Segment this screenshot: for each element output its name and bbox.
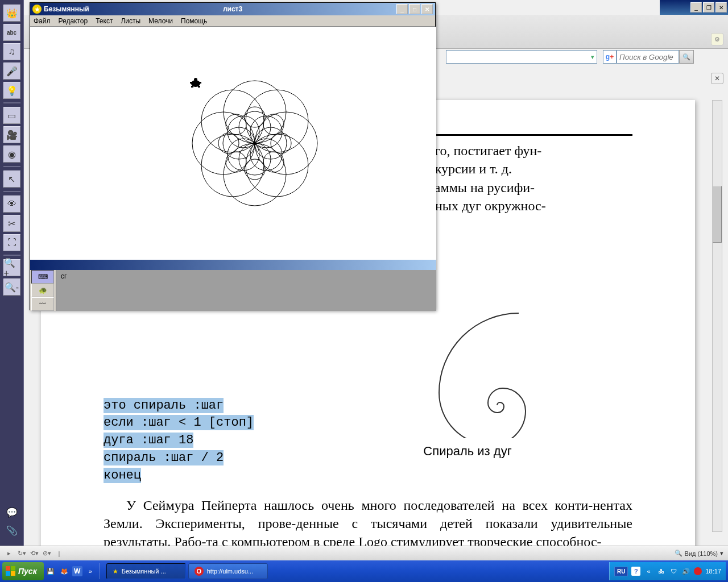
app-icon: ★ xyxy=(32,5,42,14)
quicklaunch-firefox-icon[interactable]: 🦊 xyxy=(59,566,70,577)
quicklaunch-save-icon[interactable]: 💾 xyxy=(45,566,56,577)
turtle-icon xyxy=(189,78,202,88)
svg-point-20 xyxy=(245,159,265,180)
vertical-scrollbar[interactable] xyxy=(712,100,722,532)
app-menubar: Файл Редактор Текст Листы Мелочи Помощь xyxy=(30,15,435,27)
svg-rect-26 xyxy=(190,82,192,84)
task-app-icon: ★ xyxy=(113,568,118,575)
separator xyxy=(3,102,20,103)
app-minimize-button[interactable]: _ xyxy=(396,4,408,14)
quicklaunch-expand-icon[interactable]: » xyxy=(85,566,96,577)
svg-rect-30 xyxy=(6,566,10,571)
tab-close-button[interactable]: ✕ xyxy=(711,73,723,84)
play-icon[interactable]: ▸ xyxy=(5,549,14,558)
menu-sheets[interactable]: Листы xyxy=(121,17,140,25)
app-titlebar[interactable]: ★ Безымянный лист3 _ □ ✕ xyxy=(30,3,435,15)
menu-text[interactable]: Текст xyxy=(96,17,113,25)
scrollbar-thumb[interactable] xyxy=(713,186,722,243)
svg-point-25 xyxy=(194,78,197,81)
svg-point-18 xyxy=(271,133,291,153)
svg-rect-29 xyxy=(198,86,200,88)
zoom-in-tool-icon[interactable]: 🔍+ xyxy=(3,259,20,276)
rosette-drawing xyxy=(189,78,320,209)
figure-caption: Спираль из дуг xyxy=(354,444,581,459)
turtle-tool-icon[interactable]: 👑 xyxy=(3,5,20,22)
wave-tool-icon[interactable]: 〰 xyxy=(31,297,54,311)
browser-maximize-button[interactable]: ❐ xyxy=(703,2,714,13)
microphone-tool-icon[interactable]: 🎤 xyxy=(3,63,20,80)
block-icon[interactable]: ⊘▾ xyxy=(42,549,51,558)
google-icon[interactable]: g+ xyxy=(603,50,617,64)
abc-tool-icon[interactable]: abc xyxy=(3,24,20,41)
menu-misc[interactable]: Мелочи xyxy=(148,17,173,25)
svg-rect-31 xyxy=(11,566,15,571)
turtle-mini-icon[interactable]: 🐢 xyxy=(31,284,54,297)
eye-tool-icon[interactable]: 👁 xyxy=(3,196,20,213)
app-bottom-panel: ⌨ 🐢 〰 сг xyxy=(30,260,436,311)
tray-info-icon[interactable]: ? xyxy=(631,567,640,576)
search-container: g+ 🔍 xyxy=(603,50,694,64)
task-opera-icon: O xyxy=(195,567,204,576)
taskbar-separator xyxy=(100,563,103,579)
tray-expand-icon[interactable]: « xyxy=(644,567,653,576)
search-go-button[interactable]: 🔍 xyxy=(679,50,694,64)
left-toolbar: 👑 abc ♫ 🎤 💡 ▭ 🎥 ◉ ↖ 👁 ✂ ⛶ 🔍+ 🔍- 💬 📎 xyxy=(0,0,24,546)
keyboard-tool-icon[interactable]: ⌨ xyxy=(31,270,54,284)
app-close-button[interactable]: ✕ xyxy=(421,4,433,14)
tray-clock[interactable]: 18:17 xyxy=(705,568,721,575)
language-indicator[interactable]: RU xyxy=(614,567,628,576)
command-area[interactable]: сг xyxy=(56,270,71,311)
svg-point-21 xyxy=(226,152,246,172)
view-zoom-label[interactable]: Вид (110%) xyxy=(685,550,718,557)
app-bottom-titlebar[interactable] xyxy=(30,260,436,270)
lamp-tool-icon[interactable]: 💡 xyxy=(3,82,20,99)
svg-point-16 xyxy=(245,107,265,127)
system-tray: RU ? « 🖧 🛡 🔊 18:17 xyxy=(609,562,726,580)
disc-tool-icon[interactable]: ◉ xyxy=(3,146,20,163)
menu-editor[interactable]: Редактор xyxy=(59,17,88,25)
refresh-icon[interactable]: ↻▾ xyxy=(17,549,26,558)
svg-rect-33 xyxy=(11,571,15,576)
sep-icon: | xyxy=(55,549,64,558)
tray-volume-icon[interactable]: 🔊 xyxy=(681,567,690,576)
svg-rect-28 xyxy=(191,86,193,88)
tray-opera-icon[interactable] xyxy=(694,567,702,575)
app-sheet-name: лист3 xyxy=(223,5,242,13)
menu-help[interactable]: Помощь xyxy=(181,17,207,25)
tray-shield-icon[interactable]: 🛡 xyxy=(669,567,678,576)
app-canvas[interactable] xyxy=(30,27,436,260)
stamp-tool-icon[interactable]: ⛶ xyxy=(3,234,20,251)
taskbar-item-app[interactable]: ★ Безымянный ... xyxy=(106,563,186,579)
svg-point-23 xyxy=(226,114,246,135)
svg-rect-27 xyxy=(199,82,201,84)
attachment-icon[interactable]: 📎 xyxy=(3,522,20,539)
quicklaunch-word-icon[interactable]: W xyxy=(72,566,82,576)
music-tool-icon[interactable]: ♫ xyxy=(3,43,20,60)
menu-file[interactable]: Файл xyxy=(34,17,51,25)
zoom-dropdown-icon[interactable]: ▾ xyxy=(720,550,723,557)
address-dropdown[interactable]: ▾ xyxy=(446,50,597,64)
slider-tool-icon[interactable]: ▭ xyxy=(3,107,20,124)
zoom-out-tool-icon[interactable]: 🔍- xyxy=(3,278,20,296)
svg-rect-32 xyxy=(6,571,10,576)
pointer-tool-icon[interactable]: ↖ xyxy=(3,171,20,188)
start-button[interactable]: Пуск xyxy=(2,562,44,580)
chat-icon[interactable]: 💬 xyxy=(3,504,20,521)
app-maximize-button[interactable]: □ xyxy=(409,4,420,14)
logo-app-window: ★ Безымянный лист3 _ □ ✕ Файл Редактор Т… xyxy=(30,2,436,310)
dropdown-arrow-icon: ▾ xyxy=(591,53,594,61)
settings-icon[interactable]: ⚙ xyxy=(711,33,723,45)
taskbar-item-browser[interactable]: O http://ulm.udsu... xyxy=(188,563,268,579)
svg-point-22 xyxy=(218,133,239,153)
sync-icon[interactable]: ⟲▾ xyxy=(30,549,39,558)
app-title: Безымянный xyxy=(44,5,89,13)
zoom-icon[interactable]: 🔍 xyxy=(675,550,682,557)
browser-minimize-button[interactable]: _ xyxy=(690,2,702,13)
browser-close-button[interactable]: ✕ xyxy=(715,2,727,13)
scissors-tool-icon[interactable]: ✂ xyxy=(3,215,20,232)
browser-status-bar: ▸ ↻▾ ⟲▾ ⊘▾ | 🔍 Вид (110%) ▾ xyxy=(0,546,728,560)
browser-titlebar: _ ❐ ✕ xyxy=(660,0,728,15)
search-input[interactable] xyxy=(617,50,679,64)
tray-network-icon[interactable]: 🖧 xyxy=(656,567,665,576)
camera-tool-icon[interactable]: 🎥 xyxy=(3,126,20,143)
